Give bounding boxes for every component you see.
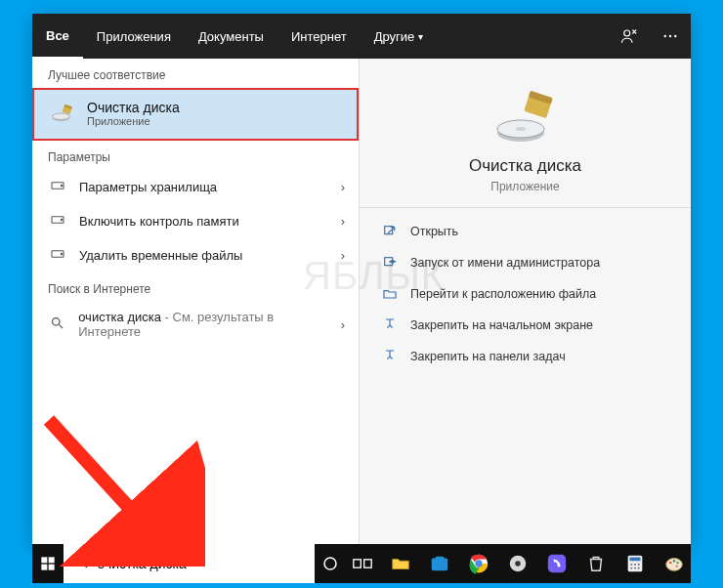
svg-point-11 — [61, 219, 62, 220]
taskbar-app-paint[interactable] — [658, 547, 691, 580]
settings-item-storage-sense[interactable]: Включить контроль памяти › — [32, 204, 359, 238]
storage-icon — [48, 178, 67, 196]
action-label: Закрепить на панели задач — [410, 350, 566, 363]
best-match-title: Очистка диска — [87, 100, 180, 115]
folder-icon — [381, 285, 399, 303]
row-label: очистка диска - См. результаты в Интерне… — [78, 310, 328, 339]
svg-rect-32 — [432, 559, 448, 571]
tab-more[interactable]: Другие▾ — [361, 14, 438, 59]
taskbar — [32, 544, 691, 583]
divider — [360, 207, 691, 208]
start-button[interactable] — [32, 544, 64, 583]
row-label: Удалить временные файлы — [79, 248, 242, 263]
preview-subtitle: Приложение — [379, 180, 671, 193]
tab-web[interactable]: Интернет — [277, 14, 361, 59]
tab-all[interactable]: Все — [32, 14, 83, 59]
svg-point-43 — [638, 564, 640, 566]
chevron-right-icon: › — [341, 214, 345, 229]
action-run-as-admin[interactable]: Запуск от имени администратора — [379, 247, 671, 278]
cortana-button[interactable] — [315, 544, 346, 583]
results-list: Лучшее соответствие Очистка диска Прилож… — [32, 59, 360, 544]
svg-point-0 — [624, 30, 630, 36]
preview-pane: Очистка диска Приложение Открыть Запуск … — [360, 59, 691, 544]
section-best-match: Лучшее соответствие — [32, 59, 359, 88]
svg-rect-24 — [49, 557, 55, 563]
svg-point-29 — [324, 558, 336, 569]
row-label: Включить контроль памяти — [79, 214, 239, 229]
svg-point-45 — [634, 567, 636, 569]
row-label: Параметры хранилища — [79, 180, 217, 194]
svg-rect-25 — [42, 565, 48, 570]
best-match-item[interactable]: Очистка диска Приложение — [32, 88, 359, 141]
tab-apps[interactable]: Приложения — [83, 14, 185, 59]
shield-icon — [381, 254, 399, 272]
open-icon — [381, 223, 399, 240]
svg-point-18 — [516, 127, 526, 131]
best-match-subtitle: Приложение — [87, 115, 180, 127]
tab-label: Приложения — [97, 29, 171, 44]
action-pin-start[interactable]: Закрепить на начальном экране — [379, 310, 671, 341]
tab-docs[interactable]: Документы — [185, 14, 277, 59]
action-label: Перейти к расположению файла — [410, 287, 596, 301]
web-term: очистка диска — [78, 310, 161, 324]
action-pin-taskbar[interactable]: Закрепить на панели задач — [379, 341, 671, 372]
storage-icon — [48, 212, 67, 231]
svg-point-9 — [61, 185, 62, 186]
action-open-file-location[interactable]: Перейти к расположению файла — [379, 278, 671, 310]
pin-icon — [381, 348, 399, 365]
svg-line-28 — [83, 564, 87, 567]
svg-point-3 — [674, 35, 676, 37]
settings-item-delete-temp[interactable]: Удалить временные файлы › — [32, 238, 359, 273]
svg-rect-31 — [363, 560, 371, 567]
more-icon[interactable] — [650, 14, 691, 59]
disk-cleanup-icon — [50, 101, 75, 126]
svg-point-49 — [673, 560, 675, 562]
section-settings: Параметры — [32, 141, 359, 170]
taskbar-app-settings[interactable] — [501, 547, 534, 580]
svg-point-35 — [475, 560, 482, 567]
taskbar-app-store[interactable] — [423, 547, 456, 580]
taskbar-search[interactable] — [64, 544, 315, 583]
svg-point-2 — [669, 35, 671, 37]
svg-point-42 — [634, 564, 636, 566]
tab-label: Интернет — [291, 29, 347, 44]
tab-label: Все — [46, 28, 69, 43]
search-input[interactable] — [97, 556, 305, 571]
taskbar-app-chrome[interactable] — [462, 547, 495, 580]
disk-cleanup-icon — [491, 88, 560, 147]
svg-rect-38 — [548, 555, 566, 572]
taskbar-app-recycle-bin[interactable] — [579, 547, 613, 580]
svg-rect-33 — [435, 557, 444, 561]
pin-icon — [381, 316, 399, 334]
search-icon — [73, 554, 89, 573]
svg-point-48 — [669, 562, 671, 564]
svg-point-1 — [664, 35, 666, 37]
tab-label: Документы — [198, 29, 264, 44]
taskbar-app-calculator[interactable] — [618, 547, 652, 580]
action-label: Закрепить на начальном экране — [410, 318, 593, 332]
chevron-right-icon: › — [341, 248, 345, 263]
svg-rect-30 — [354, 560, 362, 567]
search-panel: Все Приложения Документы Интернет Другие… — [32, 14, 691, 544]
svg-point-44 — [630, 567, 632, 569]
svg-point-13 — [61, 253, 62, 254]
svg-rect-23 — [42, 557, 48, 563]
action-label: Запуск от имени администратора — [410, 256, 600, 270]
chevron-right-icon: › — [341, 317, 345, 332]
tab-label: Другие — [374, 29, 415, 44]
storage-icon — [48, 246, 67, 265]
svg-rect-40 — [629, 558, 640, 562]
svg-point-46 — [638, 567, 640, 569]
feedback-icon[interactable] — [609, 14, 650, 59]
svg-rect-26 — [49, 565, 55, 570]
chevron-down-icon: ▾ — [418, 31, 423, 42]
taskbar-app-explorer[interactable] — [384, 547, 417, 580]
svg-point-41 — [630, 564, 632, 566]
task-view-button[interactable] — [347, 544, 378, 583]
settings-item-storage[interactable]: Параметры хранилища › — [32, 170, 359, 204]
action-open[interactable]: Открыть — [379, 216, 671, 247]
svg-point-51 — [676, 566, 678, 567]
web-search-item[interactable]: очистка диска - См. результаты в Интерне… — [32, 302, 359, 347]
taskbar-app-viber[interactable] — [540, 547, 574, 580]
action-label: Открыть — [410, 225, 458, 238]
